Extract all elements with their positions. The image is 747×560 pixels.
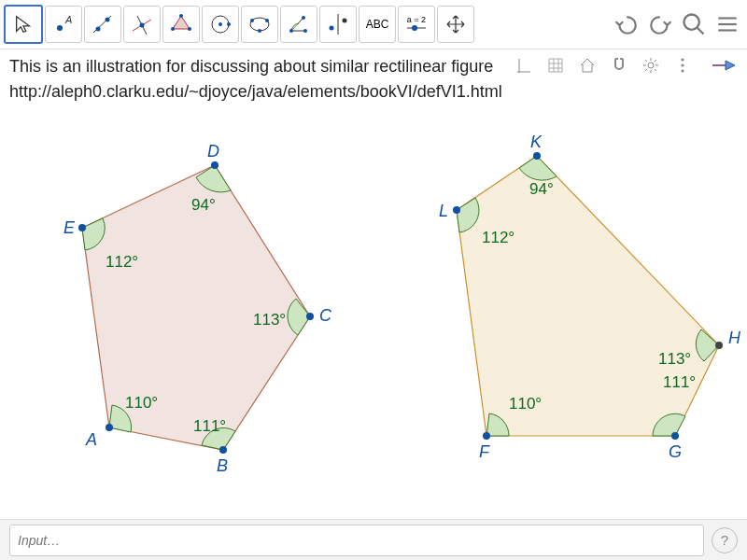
label-H: H	[728, 329, 741, 347]
angle-label-H2: 111°	[663, 373, 696, 391]
label-L: L	[439, 202, 448, 220]
label-G: G	[669, 442, 682, 461]
svg-point-24	[343, 19, 347, 23]
svg-point-17	[258, 29, 261, 33]
svg-point-48	[533, 152, 541, 160]
svg-point-9	[179, 14, 183, 18]
svg-point-41	[219, 446, 227, 454]
angle-label-C: 113°	[253, 311, 286, 329]
tool-conic[interactable]	[241, 6, 278, 43]
tool-translate[interactable]	[437, 6, 474, 43]
tool-move[interactable]	[4, 5, 43, 44]
label-C: C	[319, 306, 332, 325]
angle-label-A: 110°	[125, 394, 158, 412]
angle-label-K: 94°	[529, 180, 554, 198]
label-B: B	[217, 456, 228, 475]
svg-point-10	[188, 27, 191, 31]
svg-point-7	[140, 23, 145, 28]
angle-label-D: 94°	[191, 196, 216, 214]
svg-point-14	[227, 22, 231, 26]
angle-label-L: 112°	[482, 229, 514, 246]
label-E: E	[63, 218, 76, 237]
svg-point-47	[715, 342, 723, 349]
tool-perpendicular[interactable]	[123, 6, 161, 43]
angle-label-E: 112°	[106, 253, 138, 271]
svg-point-0	[57, 25, 63, 31]
menu-button[interactable]	[712, 8, 743, 40]
pentagon-2[interactable]	[457, 156, 719, 436]
svg-point-27	[684, 15, 699, 30]
tool-slider[interactable]: a = 2	[398, 6, 435, 43]
svg-point-21	[302, 16, 305, 20]
svg-point-46	[671, 432, 679, 440]
search-button[interactable]	[678, 8, 710, 40]
angle-label-F: 110°	[509, 395, 542, 413]
main-toolbar: A ABC a = 2	[0, 0, 747, 49]
tool-point[interactable]: A	[45, 6, 82, 43]
angle-label-H1: 113°	[658, 350, 691, 368]
svg-point-40	[106, 424, 113, 431]
label-A: A	[85, 430, 97, 449]
svg-point-42	[306, 313, 314, 320]
angle-label-B: 111°	[193, 417, 226, 435]
svg-point-4	[106, 18, 110, 22]
undo-button[interactable]	[611, 8, 642, 40]
tool-line[interactable]	[84, 6, 121, 43]
input-bar: ?	[0, 519, 747, 560]
label-D: D	[207, 142, 219, 161]
label-K: K	[530, 133, 543, 151]
svg-point-13	[218, 22, 222, 26]
algebra-input[interactable]	[9, 525, 704, 556]
svg-text:A: A	[64, 14, 72, 25]
tool-angle[interactable]	[280, 6, 317, 43]
tool-text[interactable]: ABC	[359, 6, 396, 43]
svg-point-26	[412, 25, 417, 31]
tool-circle[interactable]	[202, 6, 239, 43]
redo-button[interactable]	[644, 8, 676, 40]
svg-point-43	[211, 161, 218, 169]
svg-point-49	[453, 206, 460, 214]
svg-line-28	[698, 28, 704, 35]
tool-polygon[interactable]	[162, 6, 200, 43]
svg-marker-8	[173, 16, 190, 29]
svg-point-3	[96, 27, 101, 32]
svg-point-45	[483, 432, 490, 440]
svg-point-18	[265, 19, 269, 22]
help-button[interactable]: ?	[712, 527, 738, 553]
label-F: F	[479, 442, 490, 461]
svg-point-44	[78, 224, 86, 231]
tool-reflect[interactable]	[319, 6, 357, 43]
svg-point-16	[250, 19, 254, 22]
svg-point-23	[330, 26, 334, 31]
svg-point-20	[303, 29, 307, 33]
geometry-canvas[interactable]: A B C D E F G H K L 94° 112° 113° 110° 1…	[0, 47, 747, 509]
svg-point-19	[289, 29, 293, 33]
svg-point-11	[171, 27, 175, 31]
